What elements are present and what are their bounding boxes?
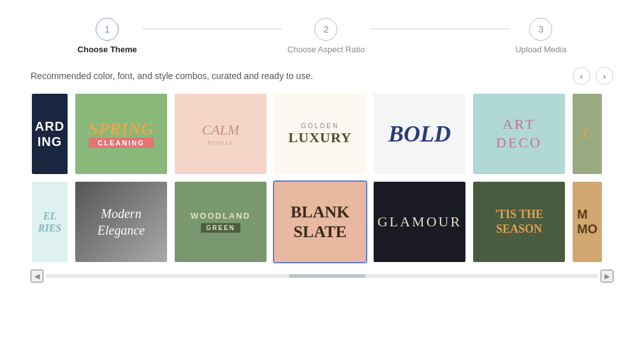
card-glamour-label: GLAMOUR <box>377 214 462 230</box>
scroll-right-button[interactable]: ▶ <box>601 270 613 282</box>
theme-card-spring[interactable]: Spring CLEANING <box>74 92 168 175</box>
scrollbar-thumb[interactable] <box>289 274 365 278</box>
card-lightblue-label: ELRIES <box>38 210 61 234</box>
theme-card-golden[interactable]: GOLDEN LUXURY <box>273 92 367 175</box>
theme-card-lightblue[interactable]: ELRIES <box>31 180 69 263</box>
step-2-label: Choose Aspect Ratio <box>288 45 365 54</box>
theme-card-tis[interactable]: 'TIS THESEASON <box>472 180 566 263</box>
theme-card-calm[interactable]: CALM breeze <box>173 92 268 175</box>
step-3-circle[interactable]: 3 <box>529 18 552 41</box>
theme-card-glamour[interactable]: GLAMOUR <box>372 180 467 263</box>
step-2[interactable]: 2 Choose Aspect Ratio <box>288 18 365 54</box>
step-line-2 <box>370 29 510 29</box>
card-bold-label: BOLD <box>388 120 451 147</box>
card-olive-label: C <box>583 127 592 142</box>
stepper: 1 Choose Theme 2 Choose Aspect Ratio 3 U… <box>0 0 644 67</box>
scrollbar-container: ◀ ▶ <box>31 270 613 282</box>
step-line-1 <box>142 29 282 29</box>
theme-grid: ARDING Spring CLEANING CALM breeze <box>31 92 613 263</box>
prev-arrow[interactable]: ‹ <box>573 67 590 85</box>
theme-card-artdeco[interactable]: ARTDECO <box>472 92 566 175</box>
description-text: Recommended color, font, and style combo… <box>31 71 313 81</box>
theme-card-hard[interactable]: ARDING <box>31 92 69 175</box>
card-calm-label: CALM breeze <box>202 122 240 146</box>
theme-card-m[interactable]: MMO <box>571 180 603 263</box>
description-bar: Recommended color, font, and style combo… <box>0 67 644 92</box>
step-1[interactable]: 1 Choose Theme <box>78 18 137 54</box>
next-arrow[interactable]: › <box>596 67 613 85</box>
theme-card-woodland[interactable]: WOODLAND GREEN <box>173 180 268 263</box>
card-woodland-label: WOODLAND GREEN <box>191 211 251 233</box>
card-spring-label: Spring CLEANING <box>89 120 154 148</box>
theme-grid-wrapper: ARDING Spring CLEANING CALM breeze <box>0 92 644 263</box>
card-hard-label: ARDING <box>35 119 64 149</box>
scroll-left-button[interactable]: ◀ <box>31 270 43 282</box>
theme-row-2: ELRIES ModernElegance WOODLAND GREEN <box>31 180 613 263</box>
theme-card-blank[interactable]: BLANKSLATE <box>273 180 367 263</box>
scrollbar-track[interactable] <box>46 274 598 278</box>
theme-row-1: ARDING Spring CLEANING CALM breeze <box>31 92 613 175</box>
step-1-label: Choose Theme <box>78 45 137 54</box>
card-golden-label: GOLDEN LUXURY <box>288 122 351 146</box>
nav-arrows: ‹ › <box>573 67 613 85</box>
card-tis-label: 'TIS THESEASON <box>495 207 543 237</box>
theme-card-bold[interactable]: BOLD <box>372 92 467 175</box>
card-m-label: MMO <box>577 207 597 237</box>
step-2-circle[interactable]: 2 <box>314 18 337 41</box>
step-3-label: Upload Media <box>515 45 566 54</box>
card-artdeco-label: ARTDECO <box>496 115 542 152</box>
step-3[interactable]: 3 Upload Media <box>515 18 566 54</box>
card-modern-label: ModernElegance <box>98 205 145 238</box>
theme-card-olive[interactable]: C <box>571 92 603 175</box>
theme-card-modern[interactable]: ModernElegance <box>74 180 168 263</box>
card-blank-label: BLANKSLATE <box>291 202 349 242</box>
step-1-circle[interactable]: 1 <box>96 18 119 41</box>
